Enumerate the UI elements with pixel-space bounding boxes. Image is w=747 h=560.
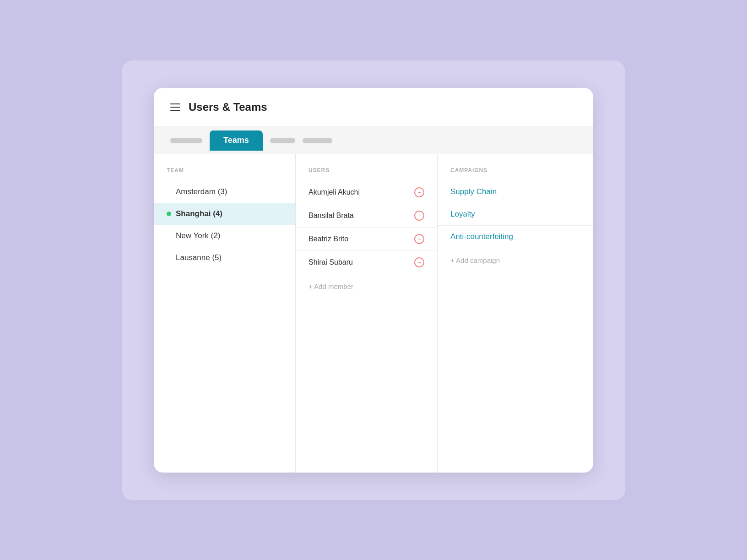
page-title: Users & Teams <box>189 101 267 114</box>
campaign-item-supply-chain[interactable]: Supply Chain <box>438 181 593 203</box>
user-name: Akumjeli Akuchi <box>309 188 360 196</box>
team-column-header: TEAM <box>154 167 295 181</box>
tab-teams[interactable]: Teams <box>210 130 263 151</box>
user-name: Shirai Subaru <box>309 258 353 266</box>
add-member-button[interactable]: + Add member <box>296 274 437 299</box>
team-item-label: Amsterdam (3) <box>176 187 227 196</box>
remove-user-button[interactable]: − <box>414 234 424 244</box>
remove-user-button[interactable]: − <box>414 187 424 197</box>
remove-user-button[interactable]: − <box>414 211 424 221</box>
add-campaign-button[interactable]: + Add campaign <box>438 248 593 272</box>
remove-user-button[interactable]: − <box>414 257 424 267</box>
background-card: Users & Teams Teams TEAM Amsterdam (3) S… <box>122 60 625 500</box>
campaign-item-loyalty[interactable]: Loyalty <box>438 203 593 226</box>
main-card: Users & Teams Teams TEAM Amsterdam (3) S… <box>154 88 593 473</box>
team-item-label: Shanghai (4) <box>176 209 222 218</box>
team-item-lausanne[interactable]: Lausanne (5) <box>154 247 295 269</box>
user-name: Beatriz Brito <box>309 235 348 243</box>
users-column: USERS Akumjeli Akuchi − Bansilal Brata −… <box>296 154 438 473</box>
user-item-shirai: Shirai Subaru − <box>296 251 437 274</box>
users-column-header: USERS <box>296 167 437 181</box>
user-name: Bansilal Brata <box>309 212 354 220</box>
campaigns-column-header: CAMPAIGNS <box>438 167 593 181</box>
user-item-beatriz: Beatriz Brito − <box>296 228 437 251</box>
campaigns-column: CAMPAIGNS Supply Chain Loyalty Anti-coun… <box>438 154 593 473</box>
tab-inactive-3[interactable] <box>303 138 332 143</box>
team-column: TEAM Amsterdam (3) Shanghai (4) New York… <box>154 154 296 473</box>
team-item-label: Lausanne (5) <box>176 253 222 262</box>
user-item-akumjeli: Akumjeli Akuchi − <box>296 181 437 204</box>
team-item-amsterdam[interactable]: Amsterdam (3) <box>154 181 295 203</box>
team-item-newyork[interactable]: New York (2) <box>154 225 295 247</box>
header: Users & Teams <box>154 88 593 127</box>
active-dot <box>167 212 171 216</box>
user-item-bansilal: Bansilal Brata − <box>296 204 437 228</box>
tabs-bar: Teams <box>154 127 593 154</box>
team-item-label: New York (2) <box>176 231 220 240</box>
content-area: TEAM Amsterdam (3) Shanghai (4) New York… <box>154 154 593 473</box>
tab-inactive-2[interactable] <box>270 138 295 143</box>
campaign-item-anticounterfeiting[interactable]: Anti-counterfeiting <box>438 226 593 248</box>
team-item-shanghai[interactable]: Shanghai (4) <box>154 203 295 225</box>
hamburger-icon[interactable] <box>170 103 180 111</box>
tab-inactive-1[interactable] <box>170 138 202 143</box>
